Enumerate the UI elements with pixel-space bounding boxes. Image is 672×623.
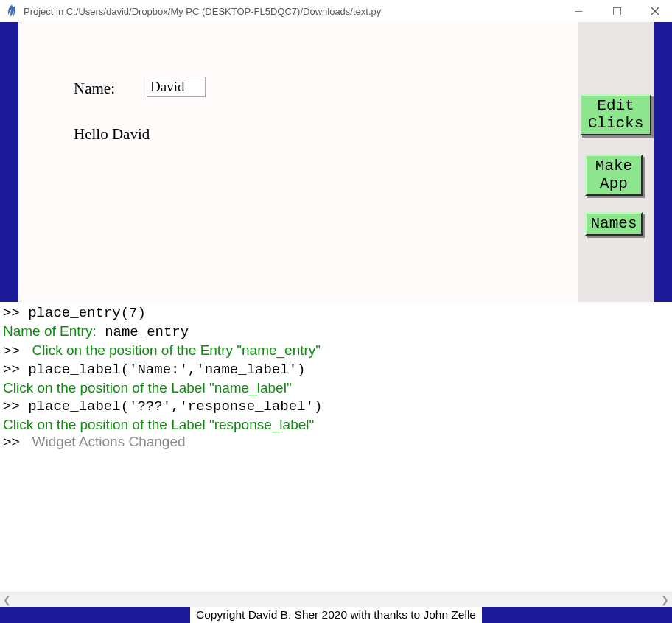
maximize-icon — [613, 7, 621, 15]
console-line: >> Widget Actions Changed — [3, 433, 669, 452]
app-canvas[interactable]: Name: Hello David — [18, 22, 578, 302]
console-text: Name of Entry: — [3, 323, 97, 339]
console-line: Click on the position of the Label "name… — [3, 379, 669, 397]
console-output[interactable]: >> place_entry(7)Name of Entry: name_ent… — [0, 302, 672, 592]
console-text: >> — [3, 398, 28, 415]
console-text: >> — [3, 434, 28, 451]
console-line: Name of Entry: name_entry — [3, 323, 669, 342]
horizontal-scrollbar[interactable]: ❮ ❯ — [0, 592, 672, 607]
copyright-label: Copyright David B. Sher 2020 with thanks… — [190, 607, 482, 623]
console-text: >> — [3, 362, 28, 378]
make-app-button[interactable]: Make App — [585, 155, 643, 196]
maximize-button[interactable] — [606, 0, 628, 22]
console-text: place_entry(7) — [28, 305, 146, 321]
console-text: name_entry — [105, 324, 189, 340]
console-text: Widget Actions Changed — [28, 434, 185, 449]
console-line: >> place_label('???','response_label') — [3, 397, 669, 416]
console-text: place_label('???','response_label') — [28, 398, 322, 415]
window-title: Project in C:/Users/david/Dropbox/My PC … — [24, 6, 560, 17]
console-text: Click on the position of the Label "name… — [3, 380, 292, 395]
window-controls — [567, 0, 666, 22]
response-label: Hello David — [74, 125, 150, 144]
console-text — [97, 324, 105, 340]
name-label: Name: — [74, 80, 115, 98]
console-line: >> Click on the position of the Entry "n… — [3, 342, 669, 361]
edit-clicks-button[interactable]: Edit Clicks — [580, 94, 651, 135]
close-icon — [651, 7, 659, 15]
svg-rect-1 — [613, 7, 620, 15]
console-text: Click on the position of the Entry "name… — [28, 342, 321, 358]
app-frame: Name: Hello David Edit Clicks Make App N… — [0, 22, 672, 302]
window-titlebar: Project in C:/Users/david/Dropbox/My PC … — [0, 0, 672, 22]
minimize-icon — [575, 7, 583, 15]
side-panel: Edit Clicks Make App Names — [578, 22, 654, 302]
app-canvas-area: Name: Hello David Edit Clicks Make App N… — [18, 22, 654, 302]
console-line: Click on the position of the Label "resp… — [3, 416, 669, 434]
tk-feather-icon — [6, 4, 18, 18]
console-text: >> — [3, 305, 28, 321]
scroll-right-icon[interactable]: ❯ — [661, 594, 669, 605]
console-text: >> — [3, 343, 28, 359]
names-button[interactable]: Names — [585, 212, 643, 236]
close-button[interactable] — [644, 0, 666, 22]
footer-frame: Copyright David B. Sher 2020 with thanks… — [0, 607, 672, 623]
scroll-left-icon[interactable]: ❮ — [3, 594, 11, 605]
console-line: >> place_entry(7) — [3, 303, 669, 323]
console-text: Click on the position of the Label "resp… — [3, 417, 314, 432]
console-line: >> place_label('Name:','name_label') — [3, 360, 669, 379]
name-entry[interactable] — [147, 77, 206, 97]
minimize-button[interactable] — [567, 0, 589, 22]
console-text: place_label('Name:','name_label') — [28, 362, 305, 378]
